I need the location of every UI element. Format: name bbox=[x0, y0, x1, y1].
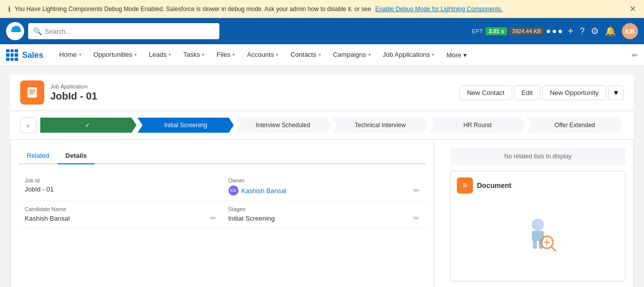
nav-item-contacts[interactable]: Contacts ▾ bbox=[284, 44, 327, 66]
notification-icon[interactable]: 🔔 bbox=[605, 26, 616, 37]
nav-item-campaigns[interactable]: Campaigns ▾ bbox=[327, 44, 377, 66]
right-panel: No related lists to display ≡ Document bbox=[442, 140, 633, 287]
record-actions: New Contact Edit New Opportunity ▼ bbox=[459, 85, 624, 100]
field-candidate-name: Candidate Name Kashish Bansal ✏ bbox=[19, 201, 222, 228]
main-content: Related Details Job Id JobId - 01 Owner … bbox=[10, 140, 634, 287]
nav-items: Home ▾ Opportunities ▾ Leads ▾ Tasks ▾ F… bbox=[53, 44, 473, 66]
nav-icons: + ? ⚙ 🔔 KB bbox=[568, 23, 638, 39]
svg-rect-6 bbox=[533, 240, 537, 249]
tabs: Related Details bbox=[19, 148, 426, 164]
owner-avatar: KB bbox=[228, 185, 238, 196]
record-header: Job Application JobId - 01 New Contact E… bbox=[10, 74, 634, 111]
app-nav-bar: Sales Home ▾ Opportunities ▾ Leads ▾ Tas… bbox=[0, 44, 644, 66]
new-contact-button[interactable]: New Contact bbox=[459, 85, 512, 100]
chevron-down-icon: ▾ bbox=[79, 52, 82, 57]
nav-item-job-applications[interactable]: Job Applications ▾ bbox=[377, 44, 441, 66]
no-related-message: No related lists to display bbox=[450, 148, 625, 165]
document-empty-state bbox=[457, 200, 619, 275]
stage-item-hr-round[interactable]: HR Round bbox=[429, 118, 525, 133]
ept-dots: ●●● bbox=[546, 27, 564, 36]
record-type-icon bbox=[20, 80, 44, 105]
ept-time: 2.01 s bbox=[486, 27, 507, 35]
stages-edit-icon[interactable]: ✏ bbox=[414, 214, 420, 222]
info-icon: ℹ bbox=[8, 5, 11, 13]
chevron-down-icon: ▾ bbox=[134, 52, 137, 57]
svg-rect-3 bbox=[29, 93, 33, 94]
nav-item-accounts[interactable]: Accounts ▾ bbox=[241, 44, 284, 66]
svg-rect-0 bbox=[28, 87, 37, 98]
chevron-down-icon: ▾ bbox=[169, 52, 171, 57]
record-meta: Job Application JobId - 01 bbox=[50, 83, 97, 102]
record-header-left: Job Application JobId - 01 bbox=[20, 80, 97, 105]
field-job-id: Job Id JobId - 01 bbox=[19, 172, 222, 201]
ept-label: EPT: bbox=[472, 28, 484, 34]
field-stages-value: Initial Screening ✏ bbox=[228, 214, 420, 222]
nav-item-opportunities[interactable]: Opportunities ▾ bbox=[88, 44, 143, 66]
empty-state-illustration bbox=[513, 215, 563, 260]
record-type-label: Job Application bbox=[50, 83, 97, 89]
debug-link[interactable]: Enable Debug Mode for Lightning Componen… bbox=[375, 6, 503, 13]
field-owner-value: KB Kashish Bansal ✏ bbox=[228, 185, 420, 196]
nav-item-leads[interactable]: Leads ▾ bbox=[143, 44, 177, 66]
stage-item-completed[interactable]: ✓ bbox=[40, 118, 136, 133]
salesforce-logo[interactable] bbox=[6, 22, 24, 40]
add-icon[interactable]: + bbox=[568, 26, 574, 37]
stage-items: ✓ Initial Screening Interview Scheduled … bbox=[40, 118, 624, 133]
stage-item-technical-interview[interactable]: Technical Interview bbox=[332, 118, 428, 133]
search-input[interactable] bbox=[45, 28, 214, 35]
debug-message: You Have Lightning Components Debug Mode… bbox=[15, 6, 371, 13]
app-title: Sales bbox=[22, 51, 43, 60]
stage-item-interview-scheduled[interactable]: Interview Scheduled bbox=[235, 118, 331, 133]
owner-edit-icon[interactable]: ✏ bbox=[414, 186, 420, 195]
field-owner: Owner KB Kashish Bansal ✏ bbox=[222, 172, 426, 201]
record-name: JobId - 01 bbox=[50, 90, 97, 102]
field-owner-label: Owner bbox=[228, 177, 420, 183]
field-job-id-label: Job Id bbox=[25, 177, 216, 183]
ept-kb: 3924.44 KB bbox=[509, 27, 544, 35]
document-icon: ≡ bbox=[457, 177, 473, 194]
stage-back-button[interactable]: › bbox=[20, 117, 36, 133]
new-opportunity-button[interactable]: New Opportunity bbox=[542, 85, 606, 100]
search-bar[interactable]: 🔍 bbox=[28, 23, 219, 39]
svg-rect-2 bbox=[29, 91, 35, 92]
stage-item-initial-screening[interactable]: Initial Screening bbox=[137, 118, 233, 133]
nav-item-files[interactable]: Files ▾ bbox=[210, 44, 240, 66]
nav-item-tasks[interactable]: Tasks ▾ bbox=[177, 44, 210, 66]
svg-rect-1 bbox=[29, 89, 35, 90]
field-candidate-value: Kashish Bansal ✏ bbox=[25, 214, 216, 222]
chevron-left-icon: › bbox=[27, 122, 29, 129]
stage-progress-bar: › ✓ Initial Screening Interview Schedule… bbox=[10, 111, 634, 140]
top-nav-bar: 🔍 EPT: 2.01 s 3924.44 KB ●●● + ? ⚙ 🔔 KB bbox=[0, 18, 644, 44]
field-section: Job Id JobId - 01 Owner KB Kashish Bansa… bbox=[19, 172, 426, 228]
setup-icon[interactable]: ⚙ bbox=[591, 26, 599, 37]
nav-more-button[interactable]: More ▾ bbox=[440, 44, 473, 66]
chevron-down-icon: ▾ bbox=[368, 52, 371, 57]
help-icon[interactable]: ? bbox=[580, 26, 585, 37]
check-icon: ✓ bbox=[85, 122, 90, 129]
svg-point-4 bbox=[532, 219, 544, 231]
ept-badge: EPT: 2.01 s 3924.44 KB ●●● bbox=[472, 27, 564, 36]
chevron-down-icon: ▾ bbox=[318, 52, 321, 57]
candidate-edit-icon[interactable]: ✏ bbox=[210, 214, 216, 222]
owner-link[interactable]: Kashish Bansal bbox=[242, 187, 287, 195]
debug-banner: ℹ You Have Lightning Components Debug Mo… bbox=[0, 0, 644, 18]
search-icon: 🔍 bbox=[33, 27, 42, 35]
avatar[interactable]: KB bbox=[622, 23, 638, 39]
close-banner-button[interactable]: ✕ bbox=[629, 4, 636, 14]
field-job-id-value: JobId - 01 bbox=[25, 185, 216, 193]
app-grid-icon[interactable] bbox=[6, 49, 18, 61]
stage-item-offer-extended[interactable]: Offer Extended bbox=[527, 118, 623, 133]
field-stages-label: Stages bbox=[228, 206, 420, 212]
field-candidate-label: Candidate Name bbox=[25, 206, 216, 212]
chevron-down-icon: ▾ bbox=[202, 52, 204, 57]
edit-button[interactable]: Edit bbox=[514, 85, 540, 100]
left-panel: Related Details Job Id JobId - 01 Owner … bbox=[11, 140, 434, 287]
svg-line-9 bbox=[551, 247, 555, 251]
tab-related[interactable]: Related bbox=[19, 148, 57, 164]
actions-dropdown-button[interactable]: ▼ bbox=[608, 85, 624, 100]
tab-details[interactable]: Details bbox=[57, 148, 95, 164]
nav-item-home[interactable]: Home ▾ bbox=[53, 44, 88, 66]
document-card: ≡ Document bbox=[450, 171, 625, 281]
more-chevron-icon: ▾ bbox=[463, 51, 467, 59]
edit-nav-icon[interactable]: ✏ bbox=[632, 51, 638, 59]
